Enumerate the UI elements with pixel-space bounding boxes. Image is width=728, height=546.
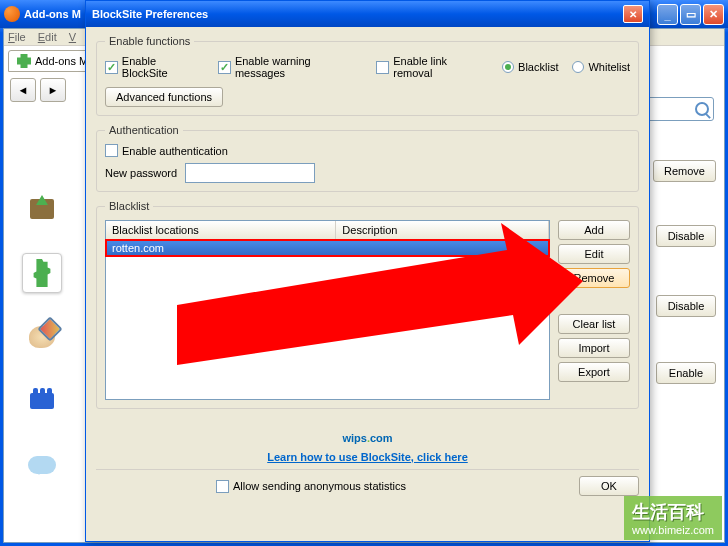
enable-link-removal-checkbox[interactable]: Enable link removal [376,55,488,79]
menu-file[interactable]: File [8,31,26,43]
list-item-selected[interactable]: rotten.com [106,240,549,256]
blacklist-listbox[interactable]: Blacklist locations Description rotten.c… [105,220,550,400]
lego-icon [30,393,54,409]
allow-stats-checkbox[interactable]: Allow sending anonymous statistics [216,480,406,493]
watermark-text: 生活百科 [632,500,714,524]
puzzle-icon [28,259,56,287]
enable-functions-legend: Enable functions [105,35,194,47]
category-extensions[interactable] [22,253,62,293]
firefox-icon [4,6,20,22]
menu-edit[interactable]: Edit [38,31,57,43]
addon-disable-button-2[interactable]: Disable [656,295,716,317]
enable-warning-checkbox[interactable]: Enable warning messages [218,55,362,79]
puzzle-icon [17,54,31,68]
clear-list-button[interactable]: Clear list [558,314,630,334]
remove-button[interactable]: Remove [558,268,630,288]
blacklist-group: Blacklist Blacklist locations Descriptio… [96,200,639,409]
minimize-button[interactable]: _ [657,4,678,25]
dialog-close-button[interactable]: ✕ [623,5,643,23]
enable-authentication-checkbox[interactable]: Enable authentication [105,144,228,157]
search-icon [695,102,709,116]
new-password-label: New password [105,167,177,179]
watermark-url: www.bimeiz.com [632,524,714,536]
import-button[interactable]: Import [558,338,630,358]
download-icon [30,199,54,219]
authentication-group: Authentication Enable authentication New… [96,124,639,192]
back-button[interactable]: ◄ [10,78,36,102]
radio-icon [502,61,514,73]
checkbox-icon [376,61,389,74]
dialog-titlebar: BlockSite Preferences ✕ [86,1,649,27]
addon-disable-button[interactable]: Disable [656,225,716,247]
cloud-icon [28,456,56,474]
column-description[interactable]: Description [336,221,549,239]
category-services[interactable] [22,445,62,485]
forward-button[interactable]: ► [40,78,66,102]
blacklist-buttons: Add Edit Remove Clear list Import Export [558,220,630,400]
column-locations[interactable]: Blacklist locations [106,221,336,239]
close-button[interactable]: ✕ [703,4,724,25]
list-header: Blacklist locations Description [106,221,549,240]
watermark: 生活百科 www.bimeiz.com [624,496,722,540]
learn-link[interactable]: Learn how to use BlockSite, click here [96,451,639,463]
add-button[interactable]: Add [558,220,630,240]
authentication-legend: Authentication [105,124,183,136]
blocksite-preferences-dialog: BlockSite Preferences ✕ Enable functions… [85,0,650,542]
new-password-input[interactable] [185,163,315,183]
category-plugins[interactable] [22,381,62,421]
firefox-title: Add-ons M [24,8,81,20]
dialog-title: BlockSite Preferences [92,8,208,20]
checkbox-icon [105,61,118,74]
maximize-button[interactable]: ▭ [680,4,701,25]
palette-icon [29,326,55,348]
checkbox-icon [105,144,118,157]
whitelist-radio[interactable]: Whitelist [572,61,630,73]
dialog-footer: wips.com Learn how to use BlockSite, cli… [96,417,639,496]
category-appearance[interactable] [22,317,62,357]
category-get-addons[interactable] [22,189,62,229]
blacklist-legend: Blacklist [105,200,153,212]
addons-search[interactable] [644,97,714,121]
addon-enable-button[interactable]: Enable [656,362,716,384]
advanced-functions-button[interactable]: Advanced functions [105,87,223,107]
enable-blocksite-checkbox[interactable]: Enable BlockSite [105,55,204,79]
blacklist-radio[interactable]: Blacklist [502,61,558,73]
edit-button[interactable]: Edit [558,244,630,264]
radio-icon [572,61,584,73]
ok-button[interactable]: OK [579,476,639,496]
export-button[interactable]: Export [558,362,630,382]
wips-logo: wips.com [96,417,639,449]
menu-view[interactable]: V [69,31,76,43]
checkbox-icon [218,61,231,74]
addon-remove-button[interactable]: Remove [653,160,716,182]
addons-categories [22,189,62,485]
checkbox-icon [216,480,229,493]
enable-functions-group: Enable functions Enable BlockSite Enable… [96,35,639,116]
